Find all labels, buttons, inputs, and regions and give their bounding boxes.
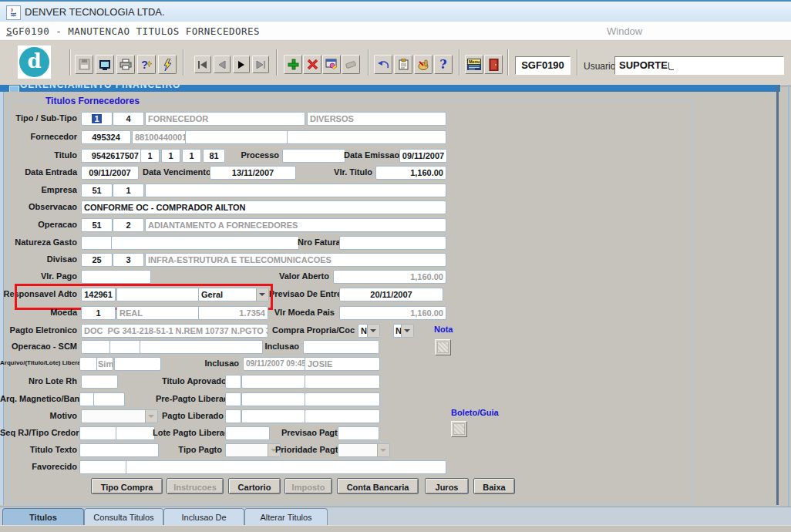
enter-query-button[interactable]: ?	[137, 55, 156, 74]
pre-pagto-usuario-field[interactable]	[305, 392, 380, 406]
boleto-image-button[interactable]	[451, 421, 467, 437]
titulo-seq1-field[interactable]: 1	[140, 149, 160, 163]
compra-propria1-dropdown[interactable]: Nao	[358, 324, 380, 338]
next-record-button[interactable]	[233, 56, 250, 73]
previsao-pagto-field[interactable]	[338, 426, 379, 440]
vlr-pago-field[interactable]	[81, 270, 151, 284]
tipo-field[interactable]: 1	[81, 112, 113, 126]
tipo-compra-button[interactable]: Tipo Compra	[91, 478, 163, 494]
nro-fatura-field[interactable]	[339, 236, 446, 250]
pre-pagto-liberado-label: Pre-Pagto Liberado	[156, 392, 222, 406]
clipboard-button[interactable]	[394, 55, 412, 74]
menu-item-form[interactable]: SGF0190 - MANUTENCAO TITULOS FORNECEDORE…	[6, 25, 260, 37]
natureza-gasto-desc-field[interactable]	[111, 236, 299, 250]
edit-record-button[interactable]	[322, 55, 341, 74]
insert-record-button[interactable]	[284, 55, 302, 74]
operacao-scm-desc-field[interactable]	[140, 340, 263, 354]
favorecido-codigo-field[interactable]	[79, 460, 128, 474]
empresa2-field[interactable]: 1	[113, 184, 144, 197]
empresa-desc-field[interactable]	[145, 184, 446, 197]
menu-button[interactable]: Menu	[465, 55, 483, 74]
lock-record-button[interactable]	[414, 55, 433, 74]
titulo-seq2-field[interactable]: 1	[161, 149, 180, 163]
execute-query-button[interactable]	[158, 55, 177, 74]
exit-button[interactable]	[484, 55, 503, 74]
favorecido-nome-field[interactable]	[126, 460, 446, 474]
fornecedor-extra-field[interactable]	[185, 130, 289, 144]
nota-image-button[interactable]	[435, 339, 451, 355]
menu-item-window[interactable]: Window	[607, 25, 642, 37]
empresa1-field[interactable]: 51	[81, 184, 113, 197]
titulo-aprovado-usuario-field[interactable]	[305, 375, 380, 389]
tab-titulos-fornecedores[interactable]: Titulos Fornecedores	[2, 508, 84, 526]
vlr-titulo-field[interactable]: 1,160.00	[375, 166, 446, 180]
baixa-button[interactable]: Baixa	[473, 478, 515, 494]
operacao1-field[interactable]: 51	[81, 218, 113, 232]
juros-button[interactable]: Juros	[425, 478, 469, 494]
operacao2-field[interactable]: 2	[113, 218, 144, 232]
cartorio-button[interactable]: Cartorio	[228, 478, 281, 494]
screen-button[interactable]	[96, 55, 114, 74]
operacao-label: Operacao	[0, 217, 77, 231]
subtipo-field[interactable]: 4	[113, 112, 144, 126]
data-entrada-field[interactable]: 09/11/2007	[81, 166, 139, 180]
subtipo-desc-field: DIVERSOS	[307, 112, 446, 126]
compra-propria2-dropdown[interactable]: Nao	[393, 324, 414, 338]
fornecedor-codigo-field[interactable]: 495324	[81, 130, 131, 144]
last-record-button[interactable]	[252, 56, 269, 73]
data-vencimento-field[interactable]: 13/11/2007	[210, 166, 296, 180]
operacao-scm2-field[interactable]	[109, 340, 142, 354]
arquivo-liberado2-field[interactable]	[114, 357, 161, 371]
dropdown-arrow-icon[interactable]	[367, 325, 379, 337]
pagto-liberado-flag-field[interactable]	[225, 409, 241, 423]
boleto-guia-link[interactable]: Boleto/Guia	[451, 408, 499, 417]
nro-lote-rh-field[interactable]	[81, 375, 118, 389]
nota-link[interactable]: Nota	[434, 325, 453, 334]
titulo-aprovado-data-field[interactable]	[241, 375, 305, 389]
processo-field[interactable]	[282, 149, 345, 163]
divisao2-field[interactable]: 3	[113, 253, 144, 267]
save-button[interactable]	[75, 55, 93, 74]
lote-pagto-liberado-field[interactable]	[225, 426, 270, 440]
conta-bancaria-button[interactable]: Conta Bancaria	[337, 478, 419, 494]
fornecedor-nome-field[interactable]	[287, 130, 446, 144]
data-emissao-field[interactable]: 09/11/2007	[399, 149, 447, 163]
titulo-seq4-field[interactable]: 81	[203, 149, 225, 163]
titulo-texto-field[interactable]	[79, 443, 159, 457]
titulo-seq3-field[interactable]: 1	[182, 149, 201, 163]
toolbar-separator	[368, 49, 369, 76]
pre-pagto-data-field[interactable]	[241, 392, 305, 406]
operacao-scm1-field[interactable]	[81, 340, 112, 354]
prioridade-pagto-label: Prioridade Pagto	[275, 443, 335, 456]
inclusao-scm-field[interactable]	[303, 340, 379, 354]
previsao-entrega-field[interactable]: 20/11/2007	[339, 288, 443, 301]
previous-record-button[interactable]	[214, 56, 231, 73]
pagto-liberado-data-field[interactable]	[241, 409, 305, 423]
print-button[interactable]	[116, 55, 135, 74]
pre-pagto-flag-field[interactable]	[225, 392, 241, 406]
tab-consulta-titulos[interactable]: Consulta Titulos	[84, 508, 163, 526]
seq-rj1-field[interactable]	[79, 426, 117, 440]
inclusao-label: Inclusao	[202, 356, 239, 370]
tab-alterar-titulos[interactable]: Alterar Titulos	[244, 508, 328, 526]
observacao-field[interactable]: CONFORME OC - COMPRADOR AILTON	[81, 200, 446, 214]
titulo-aprovado-flag-field[interactable]	[225, 375, 241, 389]
pagto-liberado-usuario-field[interactable]	[305, 409, 380, 423]
titulo-numero-field[interactable]: 9542617507	[81, 149, 142, 163]
help-button[interactable]: ?	[434, 55, 453, 74]
form-code-field[interactable]: SGF0190	[515, 56, 571, 75]
window-frame-right	[776, 85, 779, 505]
dropdown-arrow-icon[interactable]	[401, 325, 413, 337]
first-record-button[interactable]	[194, 56, 211, 73]
tipo-pagto-label: Tipo Pagto	[168, 443, 222, 456]
divisao1-field[interactable]: 25	[81, 253, 113, 267]
seq-rj2-field[interactable]	[116, 426, 155, 440]
delete-record-button[interactable]	[303, 55, 321, 74]
clear-record-button[interactable]	[342, 55, 360, 74]
undo-button[interactable]	[374, 55, 392, 74]
moeda-codigo-field[interactable]: 1	[81, 306, 116, 320]
arq-magnetico2-field[interactable]	[93, 392, 125, 406]
natureza-gasto-field[interactable]	[81, 236, 113, 250]
usuario-field[interactable]: SUPORTE	[614, 56, 784, 75]
tab-inclusao-de-instrucoes[interactable]: Inclusao De Instrucoes	[163, 508, 244, 526]
